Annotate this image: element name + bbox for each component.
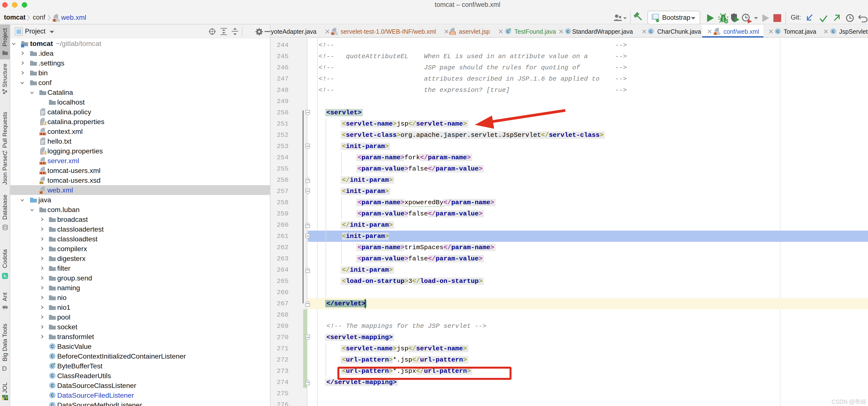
svg-text:C: C [51,374,54,378]
svg-text:XS: XS [40,181,43,184]
svg-text:C: C [51,393,54,398]
svg-text:C: C [51,383,54,388]
svg-text:C: C [51,344,54,348]
svg-text:C: C [650,29,652,33]
svg-text:C: C [51,354,54,359]
svg-text:JSP: JSP [450,32,455,35]
svg-text:C: C [832,29,835,33]
svg-text:C: C [777,29,779,33]
svg-text:C: C [51,364,54,368]
svg-text:C: C [507,29,509,33]
svg-text:C: C [567,29,569,33]
svg-text:C: C [51,403,54,406]
